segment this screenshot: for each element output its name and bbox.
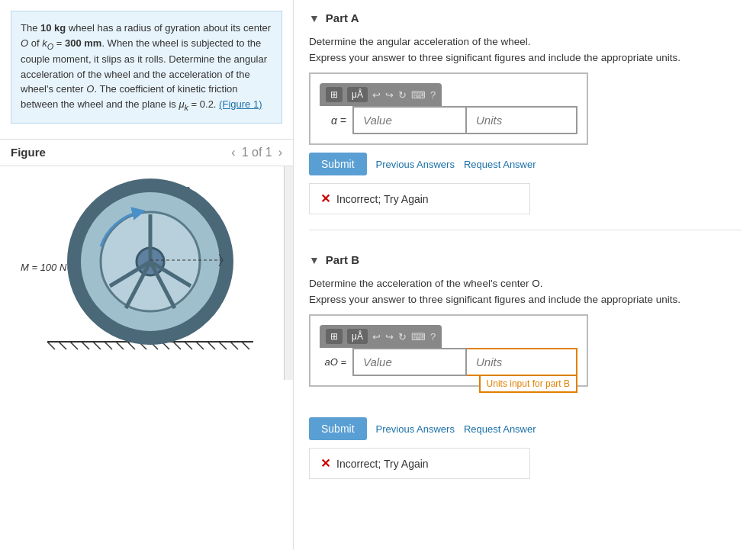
svg-line-4 xyxy=(82,342,89,349)
part-b-units-input[interactable] xyxy=(467,348,577,376)
svg-line-12 xyxy=(173,342,181,349)
part-b-toolbar: ⊞ μÅ ↩ ↪ ↻ ⌨ ? xyxy=(320,325,442,348)
part-a-error-icon: ✕ xyxy=(320,191,330,206)
part-a-submit-btn[interactable]: Submit xyxy=(309,153,367,175)
keyboard-icon-b[interactable]: ⌨ xyxy=(411,331,426,343)
part-a-description: Determine the angular acceleration of th… xyxy=(309,36,741,47)
svg-line-2 xyxy=(59,342,66,349)
svg-line-1 xyxy=(47,342,55,349)
svg-line-5 xyxy=(93,342,101,349)
part-a-collapse-arrow[interactable]: ▼ xyxy=(309,12,320,24)
part-divider xyxy=(309,230,741,230)
svg-line-3 xyxy=(70,342,78,349)
svg-line-15 xyxy=(207,342,215,349)
part-b-submit-btn[interactable]: Submit xyxy=(309,417,367,440)
part-b-error-icon: ✕ xyxy=(320,456,330,471)
part-a-request-answer-btn[interactable]: Request Answer xyxy=(464,159,536,170)
undo-icon-a[interactable]: ↩ xyxy=(372,89,381,101)
svg-line-13 xyxy=(185,342,192,349)
part-b-title: Part B xyxy=(326,253,359,266)
part-a-previous-answers-btn[interactable]: Previous Answers xyxy=(376,159,455,170)
part-b-request-answer-btn[interactable]: Request Answer xyxy=(464,423,536,435)
refresh-icon-a[interactable]: ↻ xyxy=(398,89,407,101)
part-a-input-row: α = xyxy=(320,106,577,134)
part-b-units-tooltip: Units input for part B xyxy=(479,375,577,393)
redo-icon-b[interactable]: ↪ xyxy=(385,331,394,343)
undo-icon-b[interactable]: ↩ xyxy=(372,331,381,343)
problem-statement: The 10 kg wheel has a radius of gyration… xyxy=(11,11,282,124)
part-a-error-box: ✕ Incorrect; Try Again xyxy=(309,183,530,214)
figure-section: Figure ‹ 1 of 1 › 0.4 m M = 100 N·m xyxy=(0,139,293,380)
part-a-section: ▼ Part A Determine the angular accelerat… xyxy=(309,0,741,214)
part-b-value-input[interactable] xyxy=(352,348,467,376)
part-b-input-row: aO = Units input for part B xyxy=(320,348,577,376)
part-a-instruction: Express your answer to three significant… xyxy=(309,52,741,63)
svg-line-18 xyxy=(242,342,249,349)
part-a-units-input[interactable] xyxy=(467,106,577,134)
part-b-section: ▼ Part B Determine the acceleration of t… xyxy=(309,242,741,479)
part-a-label: α = xyxy=(320,114,346,127)
part-a-value-input[interactable] xyxy=(352,106,467,134)
part-b-previous-answers-btn[interactable]: Previous Answers xyxy=(376,423,455,435)
part-a-error-text: Incorrect; Try Again xyxy=(336,193,429,205)
figure-link[interactable]: (Figure 1) xyxy=(219,98,262,110)
help-icon-b[interactable]: ? xyxy=(430,331,436,343)
figure-image: 0.4 m M = 100 N·m xyxy=(0,166,293,380)
part-a-title: Part A xyxy=(326,11,359,24)
keyboard-icon-a[interactable]: ⌨ xyxy=(411,89,426,101)
refresh-icon-b[interactable]: ↻ xyxy=(398,331,407,343)
help-icon-a[interactable]: ? xyxy=(430,89,436,101)
part-a-actions: Submit Previous Answers Request Answer xyxy=(309,153,741,175)
scrollbar[interactable] xyxy=(284,166,293,380)
svg-line-14 xyxy=(196,342,204,349)
mu-btn-b[interactable]: μÅ xyxy=(347,329,368,344)
figure-title: Figure xyxy=(11,146,46,159)
part-b-instruction: Express your answer to three significant… xyxy=(309,294,741,305)
part-a-toolbar: ⊞ μÅ ↩ ↪ ↻ ⌨ ? xyxy=(320,83,442,106)
mu-icon-b: μÅ xyxy=(352,331,363,342)
right-panel: ▼ Part A Determine the angular accelerat… xyxy=(294,0,756,550)
part-a-input-container: ⊞ μÅ ↩ ↪ ↻ ⌨ ? α = xyxy=(309,72,588,145)
matrix-icon-b: ⊞ xyxy=(330,331,338,342)
svg-line-16 xyxy=(219,342,227,349)
part-b-error-text: Incorrect; Try Again xyxy=(336,458,429,470)
part-b-input-container: ⊞ μÅ ↩ ↪ ↻ ⌨ ? aO = U xyxy=(309,314,588,387)
svg-line-17 xyxy=(230,342,238,349)
matrix-btn-b[interactable]: ⊞ xyxy=(326,329,343,344)
part-b-units-wrapper: Units input for part B xyxy=(467,348,577,376)
part-b-actions: Submit Previous Answers Request Answer xyxy=(309,417,741,440)
figure-nav-count: 1 of 1 xyxy=(242,146,272,159)
mu-icon-a: μÅ xyxy=(352,89,363,100)
svg-line-7 xyxy=(116,342,124,349)
redo-icon-a[interactable]: ↪ xyxy=(385,89,394,101)
part-b-description: Determine the acceleration of the wheel'… xyxy=(309,278,741,289)
part-b-collapse-arrow[interactable]: ▼ xyxy=(309,254,320,266)
matrix-icon-a: ⊞ xyxy=(330,89,338,100)
part-b-error-box: ✕ Incorrect; Try Again xyxy=(309,448,530,479)
figure-prev-btn[interactable]: ‹ xyxy=(231,146,235,159)
mu-btn-a[interactable]: μÅ xyxy=(347,87,368,102)
svg-line-6 xyxy=(105,342,112,349)
figure-next-btn[interactable]: › xyxy=(278,146,282,159)
matrix-btn-a[interactable]: ⊞ xyxy=(326,87,343,102)
part-b-label: aO = xyxy=(320,356,346,368)
